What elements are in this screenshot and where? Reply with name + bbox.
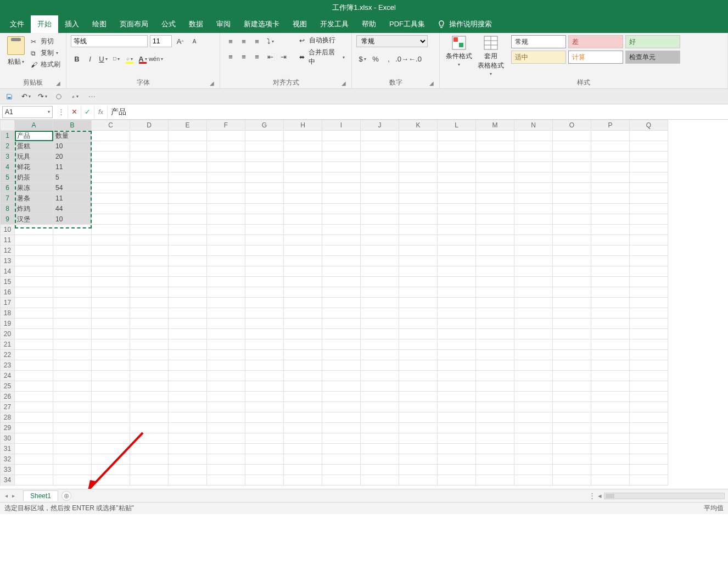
cell[interactable] <box>207 172 245 183</box>
tab-file[interactable]: 文件 <box>3 15 31 33</box>
cell[interactable] <box>399 433 438 444</box>
cell[interactable] <box>53 319 92 329</box>
cell[interactable] <box>207 339 245 350</box>
cell[interactable] <box>207 475 245 486</box>
cell[interactable] <box>630 246 668 256</box>
cell[interactable] <box>322 371 361 381</box>
row-header[interactable]: 13 <box>1 256 15 266</box>
cell[interactable] <box>361 444 399 454</box>
tab-draw[interactable]: 绘图 <box>86 15 113 33</box>
cell[interactable] <box>284 162 322 172</box>
cell[interactable] <box>322 350 361 360</box>
cell[interactable] <box>169 152 207 162</box>
cell[interactable] <box>361 141 399 152</box>
cell[interactable] <box>476 475 514 486</box>
cell[interactable] <box>130 402 169 412</box>
cell[interactable] <box>361 392 399 402</box>
number-format-select[interactable]: 常规 <box>356 35 428 47</box>
cell[interactable] <box>399 141 438 152</box>
cell[interactable] <box>53 298 92 308</box>
cell[interactable] <box>399 360 438 371</box>
cell[interactable] <box>476 256 514 266</box>
cell[interactable] <box>92 475 130 486</box>
cell[interactable] <box>514 329 553 339</box>
cell[interactable] <box>15 246 53 256</box>
cell[interactable] <box>92 266 130 277</box>
cell[interactable] <box>169 454 207 465</box>
cell[interactable] <box>284 235 322 246</box>
undo-button[interactable]: ↶ <box>20 91 32 103</box>
cell[interactable] <box>361 172 399 183</box>
row-header[interactable]: 27 <box>1 402 15 412</box>
cell[interactable] <box>322 423 361 433</box>
cell[interactable] <box>15 266 53 277</box>
cell[interactable] <box>476 214 514 225</box>
cell[interactable] <box>476 183 514 193</box>
cell[interactable] <box>169 183 207 193</box>
cell[interactable] <box>553 183 591 193</box>
cell[interactable] <box>476 360 514 371</box>
cell[interactable] <box>245 246 284 256</box>
sheet-tab-1[interactable]: Sheet1 <box>23 490 58 501</box>
cell[interactable] <box>630 277 668 287</box>
cell[interactable] <box>130 225 169 235</box>
cell[interactable] <box>514 423 553 433</box>
cell[interactable] <box>92 381 130 392</box>
cell[interactable] <box>284 329 322 339</box>
cell[interactable] <box>322 287 361 298</box>
cell[interactable] <box>245 277 284 287</box>
cell[interactable] <box>630 298 668 308</box>
cell[interactable] <box>92 298 130 308</box>
formula-input[interactable]: 产品 <box>108 107 728 117</box>
cell[interactable] <box>169 277 207 287</box>
cell[interactable] <box>476 423 514 433</box>
cell[interactable] <box>591 329 630 339</box>
cell[interactable] <box>591 412 630 423</box>
cell[interactable] <box>399 152 438 162</box>
row-header[interactable]: 33 <box>1 465 15 475</box>
cell[interactable] <box>92 131 130 141</box>
row-header[interactable]: 17 <box>1 298 15 308</box>
column-header[interactable]: L <box>438 120 476 131</box>
cell[interactable] <box>361 423 399 433</box>
cell[interactable] <box>476 287 514 298</box>
cell[interactable] <box>245 392 284 402</box>
cell[interactable] <box>92 339 130 350</box>
cell-style-neutral[interactable]: 适中 <box>511 51 566 64</box>
cell[interactable] <box>553 412 591 423</box>
column-header[interactable]: B <box>53 120 92 131</box>
cell[interactable] <box>130 287 169 298</box>
cell[interactable] <box>53 402 92 412</box>
cell[interactable] <box>438 465 476 475</box>
cell[interactable] <box>53 360 92 371</box>
cell[interactable] <box>514 465 553 475</box>
cell[interactable] <box>284 475 322 486</box>
cell[interactable] <box>553 339 591 350</box>
cell[interactable] <box>514 152 553 162</box>
cell[interactable] <box>553 287 591 298</box>
cell[interactable] <box>207 412 245 423</box>
column-header[interactable]: H <box>284 120 322 131</box>
cell[interactable] <box>245 204 284 214</box>
cell[interactable] <box>92 371 130 381</box>
column-header[interactable]: F <box>207 120 245 131</box>
cell[interactable] <box>476 350 514 360</box>
cell[interactable] <box>514 214 553 225</box>
cell[interactable] <box>438 392 476 402</box>
cell[interactable] <box>130 319 169 329</box>
cell[interactable] <box>92 433 130 444</box>
cell[interactable] <box>630 172 668 183</box>
cell[interactable] <box>476 371 514 381</box>
cell[interactable] <box>591 235 630 246</box>
cell[interactable] <box>514 433 553 444</box>
cell[interactable] <box>207 235 245 246</box>
cell[interactable] <box>591 465 630 475</box>
cell[interactable] <box>438 266 476 277</box>
cell[interactable] <box>591 204 630 214</box>
cell[interactable] <box>207 392 245 402</box>
cell[interactable] <box>361 298 399 308</box>
cell[interactable] <box>92 235 130 246</box>
row-header[interactable]: 8 <box>1 204 15 214</box>
column-header[interactable]: J <box>361 120 399 131</box>
cell[interactable] <box>53 350 92 360</box>
